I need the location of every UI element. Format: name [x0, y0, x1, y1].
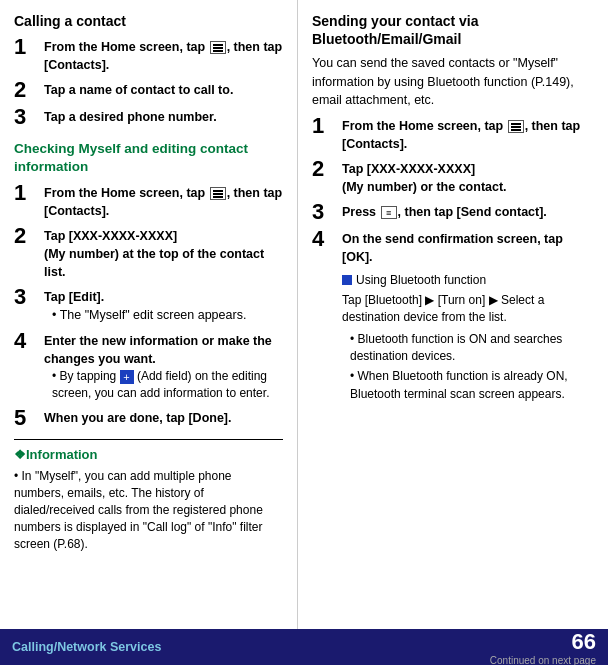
- step-left-2-2: 2 Tap [XXX-XXXX-XXXX](My number) at the …: [14, 227, 283, 281]
- step-number: 2: [14, 79, 36, 101]
- step-left-2-3: 3 Tap [Edit]. The "Myself" edit screen a…: [14, 288, 283, 325]
- step-number: 1: [14, 36, 36, 58]
- step-number: 1: [312, 115, 334, 137]
- right-section-title: Sending your contact via Bluetooth/Email…: [312, 12, 594, 48]
- page-number: 66: [572, 629, 596, 655]
- step-left-2-5: 5 When you are done, tap [Done].: [14, 409, 283, 429]
- step-left-2-4: 4 Enter the new information or make the …: [14, 332, 283, 402]
- bluetooth-text: Tap [Bluetooth] ▶ [Turn on] ▶ Select a d…: [342, 293, 544, 324]
- step-number: 1: [14, 182, 36, 204]
- right-intro: You can send the saved contacts or "Myse…: [312, 54, 594, 108]
- footer-right-block: 66 Continued on next page: [490, 629, 596, 666]
- step-number: 2: [14, 225, 36, 247]
- section2-title: Checking Myself and editing contact info…: [14, 140, 283, 175]
- step-number: 4: [312, 228, 334, 250]
- step-text: Enter the new information or make the ch…: [44, 332, 283, 402]
- step-number: 4: [14, 330, 36, 352]
- step-text: When you are done, tap [Done].: [44, 409, 232, 427]
- step-right-4: 4 On the send confirmation screen, tap […: [312, 230, 594, 403]
- content-area: Calling a contact 1 From the Home screen…: [0, 0, 608, 629]
- bullet1: • Bluetooth function is ON and searches …: [350, 331, 594, 366]
- step-right-1: 1 From the Home screen, tap , then tap […: [312, 117, 594, 153]
- step-number: 3: [14, 106, 36, 128]
- diamond-icon: ❖: [14, 447, 26, 462]
- step-text: From the Home screen, tap , then tap [Co…: [342, 117, 594, 153]
- step-text: Tap [Edit]. The "Myself" edit screen app…: [44, 288, 246, 325]
- step-left-1-1: 1 From the Home screen, tap , then tap […: [14, 38, 283, 74]
- right-column: Sending your contact via Bluetooth/Email…: [298, 0, 608, 629]
- step-number: 3: [14, 286, 36, 308]
- step-text: Tap [XXX-XXXX-XXXX](My number) at the to…: [44, 227, 283, 281]
- step-number: 5: [14, 407, 36, 429]
- step-text: On the send confirmation screen, tap [OK…: [342, 230, 594, 403]
- step-text: Tap a name of contact to call to.: [44, 81, 233, 99]
- information-text: • In "Myself", you can add multiple phon…: [14, 468, 283, 552]
- step-text: Press ≡, then tap [Send contact].: [342, 203, 547, 221]
- continued-label: Continued on next page: [490, 655, 596, 666]
- step-left-1-3: 3 Tap a desired phone number.: [14, 108, 283, 128]
- step-text: Tap a desired phone number.: [44, 108, 217, 126]
- step-number: 3: [312, 201, 334, 223]
- blue-square-icon: [342, 275, 352, 285]
- footer-section-label: Calling/Network Services: [12, 640, 161, 654]
- page-container: Calling a contact 1 From the Home screen…: [0, 0, 608, 665]
- step-left-2-1: 1 From the Home screen, tap , then tap […: [14, 184, 283, 220]
- step-left-1-2: 2 Tap a name of contact to call to.: [14, 81, 283, 101]
- bullet2: • When Bluetooth function is already ON,…: [350, 368, 594, 403]
- information-label: ❖Information: [14, 446, 283, 465]
- bluetooth-label: Using Bluetooth function: [356, 272, 486, 289]
- section1-title: Calling a contact: [14, 12, 283, 30]
- bullet-note: The "Myself" edit screen appears.: [52, 308, 246, 322]
- step-number: 2: [312, 158, 334, 180]
- step-text: From the Home screen, tap , then tap [Co…: [44, 38, 283, 74]
- left-column: Calling a contact 1 From the Home screen…: [0, 0, 298, 629]
- footer-bar: Calling/Network Services 66 Continued on…: [0, 629, 608, 665]
- step-right-2: 2 Tap [XXX-XXXX-XXXX](My number) or the …: [312, 160, 594, 196]
- information-section: ❖Information • In "Myself", you can add …: [14, 439, 283, 553]
- step-text: Tap [XXX-XXXX-XXXX](My number) or the co…: [342, 160, 507, 196]
- step-text: From the Home screen, tap , then tap [Co…: [44, 184, 283, 220]
- step-right-3: 3 Press ≡, then tap [Send contact].: [312, 203, 594, 223]
